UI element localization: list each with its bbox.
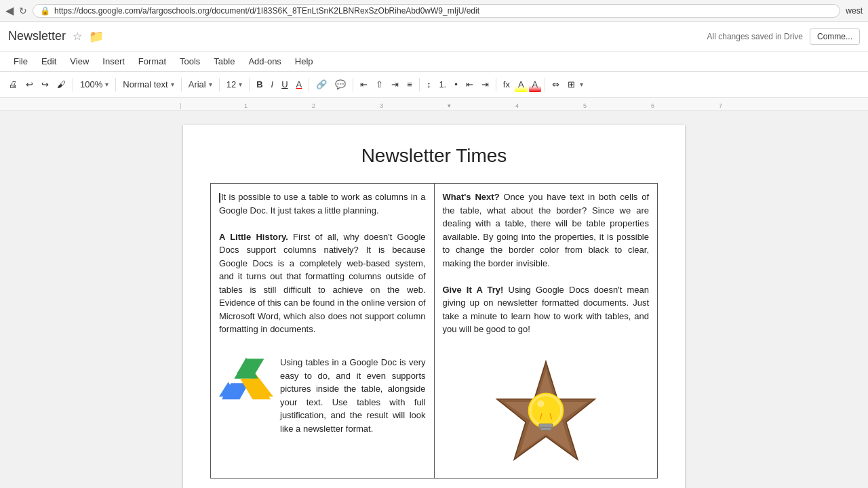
menu-file[interactable]: File [8, 54, 33, 68]
style-value: Normal text [123, 79, 167, 89]
toolbar-separator-4 [219, 78, 220, 92]
indent-inc-button[interactable]: ⇥ [478, 77, 492, 92]
italic-button[interactable]: I [268, 77, 277, 92]
menu-format[interactable]: Format [133, 54, 172, 68]
star-bulb-image-area [443, 356, 650, 471]
redo-button[interactable]: ↪ [38, 77, 52, 92]
document-title: Newsletter Times [210, 145, 658, 167]
toolbar-separator-6 [309, 78, 309, 92]
print-button[interactable]: 🖨 [5, 77, 21, 92]
browser-bar: ◀ ↻ 🔒 https://docs.google.com/a/fargosch… [0, 0, 868, 22]
toolbar-separator-5 [249, 78, 250, 92]
font-value: Arial [189, 79, 206, 89]
url-text: https://docs.google.com/a/fargoschools.o… [54, 6, 479, 16]
size-chevron: ▾ [239, 81, 242, 88]
document-page: Newsletter Times It is possible to use a… [183, 125, 685, 488]
toolbar: 🖨 ↩ ↪ 🖌 100% ▾ Normal text ▾ Arial ▾ 12 … [0, 72, 868, 98]
autosave-status: All changes saved in Drive [707, 32, 803, 41]
align-center-button[interactable]: ⇧ [372, 77, 387, 92]
right-col-heading1: What's Next? [443, 192, 500, 202]
left-col-para1: It is possible to use a table to work as… [219, 192, 426, 216]
highlight-button[interactable]: A [515, 77, 528, 92]
toolbar-separator-1 [73, 78, 73, 92]
left-col-para2: A Little History. First of all, why does… [219, 230, 426, 336]
back-icon[interactable]: ◀ [5, 4, 14, 17]
indent-dec-button[interactable]: ⇤ [462, 77, 477, 92]
style-select[interactable]: Normal text ▾ [119, 77, 177, 92]
ol-button[interactable]: 1. [435, 77, 450, 92]
table-cell-left[interactable]: It is possible to use a table to work as… [211, 184, 435, 479]
toolbar-separator-7 [353, 78, 353, 92]
document-table: It is possible to use a table to work as… [210, 183, 658, 479]
align-right-button[interactable]: ⇥ [388, 77, 402, 92]
ruler: | 1 2 3 ▾ 4 5 6 7 [0, 98, 868, 111]
menu-help[interactable]: Help [290, 54, 319, 68]
right-col-para1: What's Next? Once you have text in both … [443, 190, 650, 270]
link-button[interactable]: 🔗 [313, 77, 330, 92]
app-header: Newsletter ☆ 📁 All changes saved in Driv… [0, 22, 868, 52]
paint-format-button[interactable]: 🖌 [54, 77, 69, 92]
toolbar-separator-8 [419, 78, 420, 92]
menu-tools[interactable]: Tools [174, 54, 205, 68]
align-left-button[interactable]: ⇤ [357, 77, 371, 92]
menu-table[interactable]: Table [208, 54, 240, 68]
line-spacing-button[interactable]: ↕ [423, 77, 435, 92]
left-col-para3: Using tables in a Google Doc is very eas… [280, 356, 426, 435]
toolbar-separator-10 [545, 78, 545, 92]
function-button[interactable]: fx [500, 77, 513, 92]
menu-addons[interactable]: Add-ons [243, 54, 286, 68]
image-text-area: Using tables in a Google Doc is very eas… [219, 356, 426, 435]
more-options-chevron[interactable]: ▾ [580, 81, 583, 88]
font-select[interactable]: Arial ▾ [185, 77, 216, 92]
comment-button[interactable]: 💬 [332, 77, 349, 92]
underline-button[interactable]: U [278, 77, 291, 92]
table-cell-right[interactable]: What's Next? Once you have text in both … [434, 184, 658, 479]
align-justify-button[interactable]: ≡ [403, 77, 416, 92]
drive-logo-image [219, 356, 273, 403]
toolbar-separator-9 [496, 78, 496, 92]
user-label: west [846, 6, 863, 16]
menu-edit[interactable]: Edit [36, 54, 62, 68]
toolbar-separator-3 [181, 78, 182, 92]
menu-insert[interactable]: Insert [97, 54, 130, 68]
https-indicator: 🔒 [40, 6, 50, 16]
folder-icon[interactable]: 📁 [89, 29, 104, 44]
textcolor2-button[interactable]: A [529, 77, 542, 92]
toolbar-separator-2 [115, 78, 116, 92]
reload-icon[interactable]: ↻ [19, 5, 27, 16]
zoom-value: 100% [80, 79, 102, 89]
right-col-para2: Give It A Try! Using Google Docs doesn't… [443, 283, 650, 336]
svg-point-16 [537, 400, 544, 407]
ul-button[interactable]: • [451, 77, 461, 92]
svg-point-11 [532, 396, 561, 426]
menu-view[interactable]: View [64, 54, 94, 68]
svg-rect-12 [539, 424, 553, 427]
document-area: Newsletter Times It is possible to use a… [0, 111, 868, 488]
address-bar[interactable]: 🔒 https://docs.google.com/a/fargoschools… [33, 4, 840, 18]
svg-rect-13 [540, 427, 551, 430]
star-icon[interactable]: ☆ [73, 30, 82, 43]
zoom-select[interactable]: 100% ▾ [77, 77, 112, 92]
doc-title-label: Newsletter [8, 29, 66, 43]
comments-button[interactable]: Comme... [810, 28, 860, 45]
cursor-indicator [219, 193, 220, 203]
text-color-button[interactable]: A [293, 77, 306, 92]
left-col-para2-text: First of all, why doesn't Google Docs su… [219, 232, 426, 335]
font-chevron: ▾ [209, 81, 212, 88]
menu-bar: File Edit View Insert Format Tools Table… [0, 52, 868, 72]
zoom-chevron: ▾ [105, 81, 108, 88]
table-row: It is possible to use a table to work as… [211, 184, 658, 479]
ruler-inner: | 1 2 3 ▾ 4 5 6 7 [176, 98, 868, 110]
columns-button[interactable]: ⊞ [564, 77, 578, 92]
left-col-heading2: A Little History. [219, 232, 288, 242]
undo-button[interactable]: ↩ [22, 77, 37, 92]
style-chevron: ▾ [171, 81, 174, 88]
right-col-heading2: Give It A Try! [443, 285, 504, 295]
size-value: 12 [226, 79, 236, 89]
star-bulb-icon [488, 356, 604, 471]
size-select[interactable]: 12 ▾ [223, 77, 245, 92]
spacing-button[interactable]: ⇔ [549, 77, 563, 92]
right-col-para1-text: Once you have text in both cells of the … [443, 192, 650, 268]
bold-button[interactable]: B [253, 77, 266, 92]
